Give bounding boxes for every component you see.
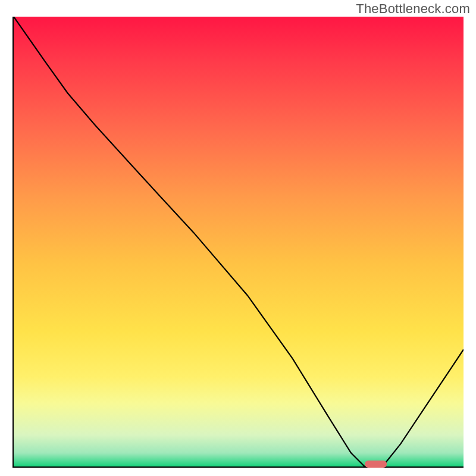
optimal-range-marker [365, 461, 387, 468]
watermark-text: TheBottleneck.com [356, 1, 470, 17]
bottleneck-curve [14, 17, 464, 466]
x-axis-line [12, 466, 464, 468]
chart-container: TheBottleneck.com [0, 0, 476, 476]
